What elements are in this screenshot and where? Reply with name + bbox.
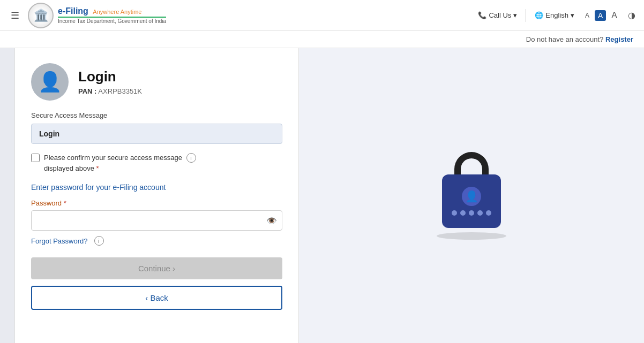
back-button[interactable]: ‹ Back [31, 286, 282, 310]
lock-dot [460, 210, 466, 216]
font-controls: A A A [583, 10, 619, 21]
confirm-label: Please confirm your secure access messag… [44, 153, 196, 173]
password-input[interactable] [31, 210, 282, 231]
lock-body: 👤 [442, 174, 501, 228]
lock-dot [469, 210, 474, 216]
login-heading: Login [78, 68, 142, 85]
lock-dot [452, 210, 457, 216]
language-selector[interactable]: 🌐 English ▾ [535, 11, 574, 19]
nav-divider [526, 9, 526, 22]
call-us-button[interactable]: 📞 Call Us ▾ [478, 11, 517, 19]
secure-access-label: Secure Access Message [31, 111, 282, 119]
lock-dot [477, 210, 483, 216]
password-label: Password * [31, 199, 282, 207]
font-increase-button[interactable]: A [609, 10, 619, 21]
logo-subtitle: Income Tax Department, Government of Ind… [58, 17, 166, 24]
lock-illustration: 👤 [437, 152, 506, 240]
contrast-button[interactable]: ◑ [628, 10, 635, 20]
confirm-checkbox[interactable] [31, 154, 40, 162]
lock-shadow [437, 232, 506, 240]
logo-text: e-Filing Anywhere Anytime Income Tax Dep… [58, 6, 166, 24]
pan-display: PAN : AXRPB3351K [78, 87, 142, 95]
navbar-left: ☰ 🏛️ e-Filing Anywhere Anytime Income Ta… [9, 3, 166, 28]
continue-button[interactable]: Continue › [31, 257, 282, 279]
logo-area: 🏛️ e-Filing Anywhere Anytime Income Tax … [28, 3, 166, 28]
login-panel: 👤 Login PAN : AXRPB3351K Secure Access M… [15, 48, 299, 343]
navbar: ☰ 🏛️ e-Filing Anywhere Anytime Income Ta… [0, 0, 644, 31]
forgot-password-link[interactable]: Forgot Password? [31, 237, 88, 245]
font-normal-button[interactable]: A [595, 10, 606, 21]
lock-avatar-icon: 👤 [462, 187, 481, 206]
globe-icon: 🌐 [535, 11, 543, 19]
confirm-row: Please confirm your secure access messag… [31, 153, 282, 173]
forgot-row: Forgot Password? i [31, 236, 282, 246]
chevron-down-icon: ▾ [513, 11, 517, 19]
chevron-down-icon: ▾ [571, 11, 574, 19]
register-prompt: Do not have an account? [526, 35, 604, 43]
user-silhouette-icon: 👤 [38, 71, 62, 93]
info-icon[interactable]: i [186, 153, 196, 163]
navbar-right: 📞 Call Us ▾ 🌐 English ▾ A A A ◑ [478, 9, 635, 22]
hamburger-button[interactable]: ☰ [9, 7, 21, 24]
logo-efiling: e-Filing Anywhere Anytime [58, 6, 166, 16]
user-info: Login PAN : AXRPB3351K [78, 68, 142, 95]
left-stripe [0, 48, 15, 343]
user-header: 👤 Login PAN : AXRPB3351K [31, 63, 282, 101]
toggle-password-visibility-button[interactable]: 👁️ [266, 216, 277, 226]
register-link[interactable]: Register [605, 35, 633, 43]
avatar: 👤 [31, 63, 69, 101]
illustration-area: 👤 [299, 48, 644, 343]
lock-dots [452, 210, 491, 216]
eye-slash-icon: 👁️ [266, 216, 277, 225]
logo-emblem: 🏛️ [28, 3, 54, 28]
font-decrease-button[interactable]: A [583, 11, 591, 20]
enter-password-text: Enter password for your e-Filing account [31, 183, 282, 192]
forgot-info-icon[interactable]: i [94, 236, 104, 246]
phone-icon: 📞 [478, 11, 486, 19]
lock-shackle [454, 152, 489, 176]
register-bar: Do not have an account? Register [0, 31, 644, 48]
main-container: 👤 Login PAN : AXRPB3351K Secure Access M… [0, 48, 644, 343]
secure-message-box: Login [31, 124, 282, 144]
lock-dot [486, 210, 491, 216]
password-input-row: 👁️ [31, 210, 282, 231]
